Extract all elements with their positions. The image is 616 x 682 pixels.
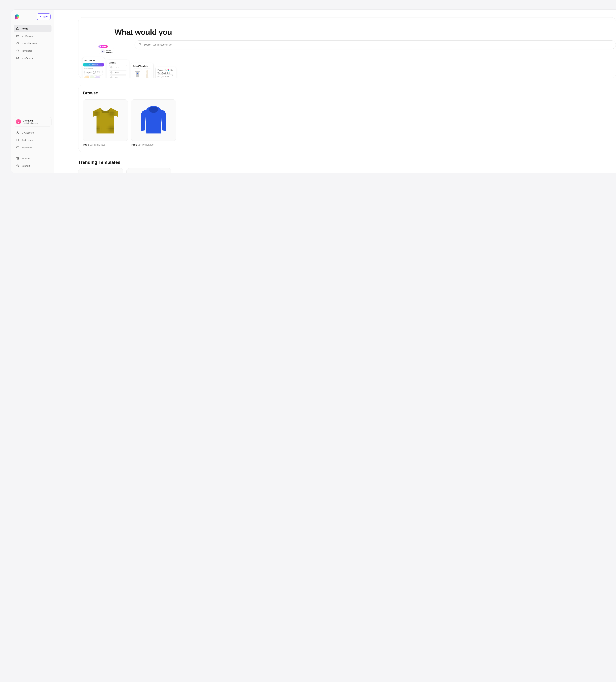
footer-nav: Archive Support	[14, 155, 51, 169]
sidebar-header: + New	[14, 14, 51, 20]
search-bar[interactable]	[135, 40, 616, 49]
hero-collage: Add Graphic ✦ Generate Asset Library ⬆ U…	[82, 52, 176, 78]
home-icon	[16, 27, 19, 30]
browse-card-tops-shirt[interactable]: Tops 24 Templates	[83, 99, 128, 146]
main-content: What would you 👤 Adam ❧ Back Print logo.…	[54, 9, 616, 173]
card-caption: Tops 24 Templates	[83, 143, 128, 146]
panel-material: Material Cotton Tencel Linen	[107, 60, 129, 78]
template-thumb-tshirt[interactable]	[133, 69, 142, 78]
panel-select-template: Select Template	[131, 63, 154, 78]
search-icon	[138, 43, 141, 47]
panel-produce: Produce with fabr Tech Pack Only Generat…	[155, 67, 176, 78]
asset-thumbnails: Beauchamp Athl	[84, 76, 103, 78]
plus-icon: +	[40, 15, 41, 18]
browse-section: Browse Tops 24 Templates	[78, 85, 616, 152]
card-caption: Tops 24 Templates	[131, 143, 176, 146]
user-badge-adam: 👤 Adam	[98, 45, 108, 48]
svg-rect-6	[137, 73, 138, 74]
sidebar-item-label: Home	[22, 27, 28, 30]
sidebar-item-designs[interactable]: My Designs	[14, 32, 51, 40]
sidebar-item-label: Support	[22, 164, 30, 167]
sidebar-item-home[interactable]: Home	[14, 25, 51, 32]
card-icon	[16, 146, 19, 149]
upload-dropzone[interactable]: ⬆ Upload PNG, JPG, SVG	[84, 70, 103, 75]
sidebar-item-label: My Designs	[22, 35, 34, 37]
avatar: G	[16, 119, 21, 124]
primary-nav: Home My Designs My Collections Templates	[14, 25, 51, 62]
browse-cards: Tops 24 Templates Tops 24 Templ	[83, 99, 616, 146]
search-input[interactable]	[144, 43, 612, 46]
hero-card: What would you 👤 Adam ❧ Back Print logo.…	[78, 17, 616, 78]
folder-icon	[16, 34, 19, 38]
template-thumb-dress[interactable]	[143, 69, 151, 78]
sidebar: + New Home My Designs My Col	[11, 9, 54, 173]
browse-title: Browse	[83, 91, 616, 95]
generate-button[interactable]: ✦ Generate	[83, 63, 104, 67]
trending-card[interactable]	[126, 168, 171, 173]
shirt-icon	[16, 49, 19, 52]
sidebar-item-orders[interactable]: My Orders	[14, 54, 51, 62]
trending-card[interactable]	[78, 168, 123, 173]
browse-card-tops-hoodie[interactable]: Tops 24 Templates	[131, 99, 176, 146]
hoodie-illustration	[136, 103, 171, 138]
avatar-icon: 👤	[99, 45, 101, 48]
addressbook-icon	[16, 138, 19, 141]
user-email: gloria@fabra.com	[23, 122, 38, 124]
svg-rect-2	[17, 147, 19, 148]
sidebar-item-label: My Collections	[22, 42, 37, 45]
sidebar-item-label: Payments	[22, 146, 32, 149]
sidebar-item-label: Archive	[22, 157, 29, 160]
package-icon	[16, 56, 19, 60]
sidebar-item-addresses[interactable]: Addresses	[14, 136, 51, 143]
account-nav: My Account Addresses Payments	[14, 129, 51, 151]
sidebar-item-archive[interactable]: Archive	[14, 155, 51, 162]
archive-icon	[16, 157, 19, 160]
svg-rect-1	[17, 139, 19, 141]
material-option-cotton[interactable]: Cotton	[109, 65, 127, 69]
person-icon	[16, 131, 19, 134]
trending-cards	[78, 168, 616, 173]
material-option-linen[interactable]: Linen	[109, 75, 127, 78]
upload-icon: ⬆	[86, 72, 87, 74]
collections-icon	[16, 42, 19, 45]
svg-point-5	[139, 43, 141, 45]
new-button[interactable]: + New	[37, 14, 50, 20]
sidebar-item-account[interactable]: My Account	[14, 129, 51, 136]
svg-rect-3	[17, 157, 19, 158]
sidebar-item-templates[interactable]: Templates	[14, 47, 51, 54]
app-container: + New Home My Designs My Col	[11, 9, 616, 173]
sidebar-item-payments[interactable]: Payments	[14, 144, 51, 151]
panel-add-graphic: Add Graphic ✦ Generate Asset Library ⬆ U…	[82, 57, 105, 78]
material-option-tencel[interactable]: Tencel	[109, 70, 127, 74]
app-logo[interactable]	[14, 14, 20, 19]
fabra-logo-icon	[168, 69, 169, 71]
trending-title: Trending Templates	[78, 160, 616, 165]
new-button-label: New	[43, 15, 47, 18]
help-icon	[16, 164, 19, 167]
hero-title: What would you	[79, 28, 616, 37]
sidebar-item-label: My Orders	[22, 57, 33, 60]
sidebar-item-support[interactable]: Support	[14, 162, 51, 169]
user-name: Gloria Yu	[23, 119, 38, 122]
user-card[interactable]: G Gloria Yu gloria@fabra.com	[14, 117, 51, 127]
sidebar-item-label: My Account	[22, 131, 34, 134]
sidebar-item-collections[interactable]: My Collections	[14, 40, 51, 47]
sidebar-item-label: Templates	[22, 49, 32, 52]
svg-point-0	[17, 132, 18, 133]
sidebar-item-label: Addresses	[22, 139, 33, 141]
shirt-illustration	[88, 103, 123, 138]
